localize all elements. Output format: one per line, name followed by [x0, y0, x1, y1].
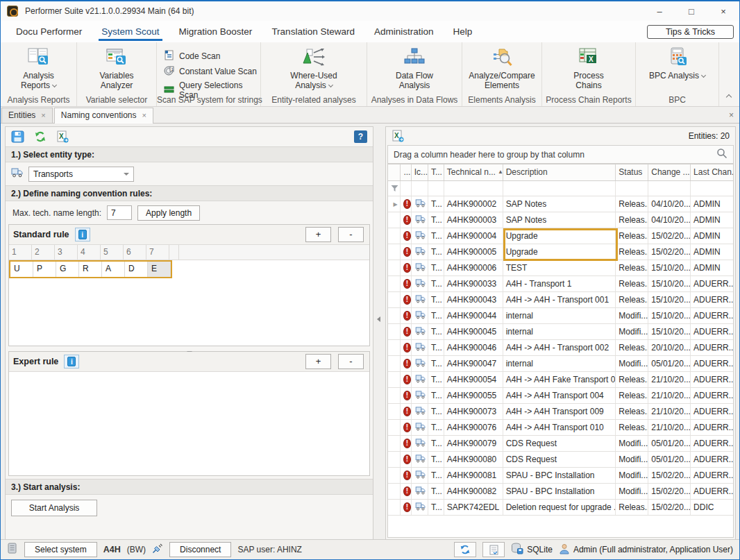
bpc-analysis-button[interactable]: BPC Analysis	[636, 46, 718, 80]
excel-export-icon[interactable]: X	[56, 130, 69, 143]
standard-rule-empty-area[interactable]	[9, 280, 369, 346]
sync-button[interactable]	[454, 542, 476, 557]
table-row[interactable]: !T...A4HK900080CDS RequestModifi...05/01…	[388, 452, 733, 468]
main-content: X ? 1.) Select entity type: Transports 2…	[1, 125, 739, 539]
rule-letter-cell[interactable]: D	[125, 262, 148, 277]
tab-naming-conventions[interactable]: Naming conventions ×	[54, 108, 153, 124]
svg-text:X: X	[59, 133, 64, 140]
filter-row[interactable]	[388, 181, 733, 196]
table-row[interactable]: !T...A4HK900033A4H - Transport 1Releas..…	[388, 276, 733, 292]
where-used-button[interactable]: Where-Used Analysis	[261, 46, 367, 91]
info-icon[interactable]: i	[75, 228, 90, 241]
menu-translation-steward[interactable]: Translation Steward	[262, 22, 364, 41]
info-icon[interactable]: i	[64, 355, 79, 368]
max-length-input[interactable]	[107, 205, 132, 220]
tab-entities[interactable]: Entities ×	[1, 108, 53, 123]
tab-close-icon[interactable]: ×	[41, 111, 45, 119]
panel-splitter[interactable]	[374, 125, 385, 539]
disconnect-button[interactable]: Disconnect	[169, 542, 231, 557]
analyze-compare-button[interactable]: Analyze/Compare Elements	[462, 46, 541, 91]
analysis-reports-button[interactable]: Analysis Reports	[1, 46, 76, 91]
standard-rule-remove-button[interactable]: -	[338, 227, 364, 242]
menu-system-scout[interactable]: System Scout	[92, 22, 169, 41]
filter-icon[interactable]	[388, 181, 401, 196]
transport-icon	[415, 215, 426, 226]
rule-letters-row: UPGRADE	[9, 260, 172, 278]
table-row[interactable]: !T...A4HK900005UpgradeReleas...15/02/20.…	[388, 244, 733, 260]
table-row[interactable]: !T...A4HK900006TESTReleas...15/10/20...A…	[388, 260, 733, 276]
column-header-type[interactable]: T...	[428, 164, 444, 180]
cell-type: T...	[428, 308, 444, 323]
table-row[interactable]: !T...A4HK900082SPAU - BPC InstallationMo…	[388, 484, 733, 500]
cell-last-changed-by: ADMIN	[691, 212, 733, 228]
column-header-description[interactable]: Description	[503, 164, 616, 180]
table-row[interactable]: !T...A4HK900054A4H -> A4H Fake Transport…	[388, 372, 733, 388]
select-system-button[interactable]: Select system	[24, 542, 97, 557]
table-row[interactable]: !T...A4HK900076A4H -> A4H Transport 010R…	[388, 420, 733, 436]
constant-value-scan-item[interactable]: 1 Constant Value Scan	[164, 64, 260, 79]
cell-description: CDS Request	[503, 436, 616, 451]
table-row[interactable]: !T...A4HK900073A4H -> A4H Transport 009R…	[388, 404, 733, 420]
column-header-dots[interactable]: ...	[401, 164, 412, 180]
column-header-last-changed[interactable]: Last Chan...	[691, 164, 733, 180]
expert-rule-empty-area[interactable]	[9, 372, 369, 475]
tabstrip-close-icon[interactable]: ×	[729, 110, 734, 120]
table-row[interactable]: !T...A4HK900081SPAU - BPC InstallationMo…	[388, 468, 733, 484]
table-row[interactable]: !T...A4HK900004UpgradeReleas...15/02/20.…	[388, 228, 733, 244]
column-header-expand[interactable]	[388, 164, 401, 180]
column-header-icon[interactable]: Ic...	[412, 164, 428, 180]
menu-help[interactable]: Help	[443, 22, 482, 41]
table-row[interactable]: ▶!T...A4HK900002SAP NotesReleas...04/10/…	[388, 196, 733, 212]
close-button[interactable]: ×	[707, 1, 739, 21]
table-row[interactable]: !T...A4HK900044internalModifi...15/10/20…	[388, 308, 733, 324]
maximize-button[interactable]: □	[675, 1, 707, 21]
apply-length-button[interactable]: Apply length	[137, 205, 200, 221]
tips-tricks-button[interactable]: Tips & Tricks	[647, 25, 734, 39]
minimize-button[interactable]: –	[644, 1, 675, 21]
cell-status: Modifi...	[616, 436, 648, 451]
standard-rule-add-button[interactable]: +	[305, 227, 331, 242]
error-icon: !	[403, 215, 411, 225]
row-expand-icon[interactable]: ▶	[393, 201, 397, 207]
table-row[interactable]: !T...A4HK900043A4H -> A4H - Transport 00…	[388, 292, 733, 308]
entity-type-dropdown[interactable]: Transports	[28, 167, 134, 182]
rule-letter-cell[interactable]: A	[102, 262, 125, 277]
collapse-ribbon-icon[interactable]	[726, 94, 732, 100]
rule-letter-cell[interactable]: G	[56, 262, 79, 277]
code-scan-item[interactable]: Code Scan	[164, 49, 260, 64]
rule-letter-cell[interactable]: P	[33, 262, 56, 277]
menu-docu-performer[interactable]: Docu Performer	[6, 22, 92, 41]
process-chains-button[interactable]: X Process Chains	[542, 46, 635, 91]
log-icon[interactable]	[482, 542, 505, 557]
cell-status: Releas...	[616, 196, 648, 212]
table-row[interactable]: !T...SAPK742EDLDeletion request for upgr…	[388, 500, 733, 516]
rule-letter-cell[interactable]: R	[79, 262, 102, 277]
expert-rule-add-button[interactable]: +	[305, 354, 331, 369]
column-header-change[interactable]: Change ...	[648, 164, 691, 180]
rule-letter-cell[interactable]: E	[148, 262, 171, 277]
table-row[interactable]: !T...A4HK900003SAP NotesReleas...04/10/2…	[388, 212, 733, 228]
rule-letter-cell[interactable]: U	[10, 262, 33, 277]
variables-analyzer-button[interactable]: Variables Analyzer	[77, 46, 156, 91]
save-icon[interactable]	[11, 130, 24, 143]
data-flow-button[interactable]: Data Flow Analysis	[367, 46, 462, 91]
column-header-technical-name[interactable]: Technical n...▲	[444, 164, 503, 180]
expert-rule-remove-button[interactable]: -	[338, 354, 364, 369]
collapse-left-icon[interactable]	[377, 316, 380, 322]
table-row[interactable]: !T...A4HK900047internalModifi...05/01/20…	[388, 356, 733, 372]
table-row[interactable]: !T...A4HK900046A4H -> A4H - Transport 00…	[388, 340, 733, 356]
start-analysis-button[interactable]: Start Analysis	[11, 500, 97, 516]
tab-close-icon[interactable]: ×	[142, 111, 146, 119]
table-row[interactable]: !T...A4HK900055A4H -> A4H Transport 004R…	[388, 388, 733, 404]
search-icon[interactable]	[716, 148, 728, 161]
group-by-bar[interactable]: Drag a column header here to group by th…	[387, 145, 734, 164]
excel-export-icon[interactable]: X	[392, 130, 404, 142]
table-row[interactable]: !T...A4HK900045internalModifi...15/10/20…	[388, 324, 733, 340]
refresh-icon[interactable]	[34, 130, 47, 143]
column-header-status[interactable]: Status	[616, 164, 648, 180]
splitter-handle[interactable]	[6, 346, 373, 351]
menu-administration[interactable]: Administration	[364, 22, 444, 41]
table-row[interactable]: !T...A4HK900079CDS RequestModifi...05/01…	[388, 436, 733, 452]
help-icon[interactable]: ?	[354, 130, 367, 143]
menu-migration-booster[interactable]: Migration Booster	[169, 22, 262, 41]
